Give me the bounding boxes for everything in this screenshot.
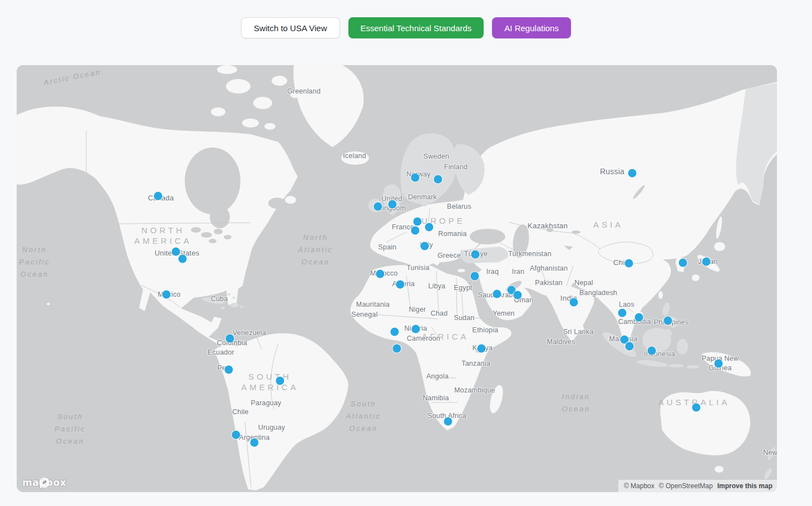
map-marker-uae[interactable] [514,291,522,299]
map-marker-usa-east[interactable] [179,255,187,263]
map-marker-netherlands[interactable] [414,218,422,226]
osm-attribution-link[interactable]: © OpenStreetMap [659,482,713,490]
map-marker-united-kingdom[interactable] [388,200,397,209]
map-marker-norway[interactable] [411,174,420,182]
map-marker-papua-new-guinea[interactable] [715,360,723,368]
map-marker-russia[interactable] [628,169,637,178]
map-marker-philippines[interactable] [664,317,672,325]
map-marker-switzerland[interactable] [411,227,420,235]
map-marker-singapore[interactable] [626,342,634,351]
map-marker-kenya[interactable] [478,345,486,353]
map-marker-australia[interactable] [692,404,701,412]
mapbox-logo[interactable]: mapbox [22,477,66,488]
improve-map-link[interactable]: Improve this map [717,482,772,490]
map-marker-sweden[interactable] [434,175,442,184]
map-marker-japan[interactable] [702,258,711,266]
map-marker-usa-west[interactable] [172,248,180,256]
map-marker-thailand[interactable] [618,309,627,317]
map-marker-chile[interactable] [232,431,240,439]
world-map-svg [17,65,777,492]
map-marker-mexico[interactable] [163,291,171,299]
map-marker-israel[interactable] [471,272,479,281]
map-marker-gulf-of-guinea[interactable] [393,345,401,353]
map-marker-algeria[interactable] [396,281,405,289]
ai-regulations-button[interactable]: AI Regulations [492,17,571,38]
map-marker-saudi-arabia[interactable] [493,290,501,298]
mapbox-attribution-link[interactable]: © Mapbox [624,482,654,490]
map-marker-colombia[interactable] [226,335,234,343]
map-marker-south-africa[interactable] [444,417,452,426]
map-marker-argentina[interactable] [250,439,259,447]
switch-usa-view-button[interactable]: Switch to USA View [241,17,339,38]
mapbox-logo-icon [22,477,66,488]
map-marker-canada[interactable] [154,192,163,200]
map-marker-china[interactable] [625,259,633,268]
map-marker-italy[interactable] [421,242,429,250]
map-marker-morocco[interactable] [376,270,385,278]
map-marker-vietnam[interactable] [635,313,643,322]
essential-technical-standards-button[interactable]: Essential Technical Standards [348,17,484,38]
map-attribution: © Mapbox © OpenStreetMap Improve this ma… [618,480,777,492]
map-marker-brazil[interactable] [276,377,284,385]
map-marker-ghana[interactable] [391,328,399,336]
map-marker-ireland[interactable] [374,203,382,211]
map-marker-turkiye[interactable] [471,250,480,259]
map-marker-india[interactable] [570,298,578,307]
map-marker-south-korea[interactable] [679,259,687,267]
toolbar: Switch to USA View Essential Technical S… [0,17,812,38]
map-marker-indonesia[interactable] [648,347,656,355]
map-marker-peru[interactable] [225,366,233,374]
map-marker-germany[interactable] [425,223,434,232]
map-marker-nigeria[interactable] [412,325,420,333]
map-canvas[interactable]: Arctic OceanNorth Pacific OceanNorth Atl… [17,65,777,492]
